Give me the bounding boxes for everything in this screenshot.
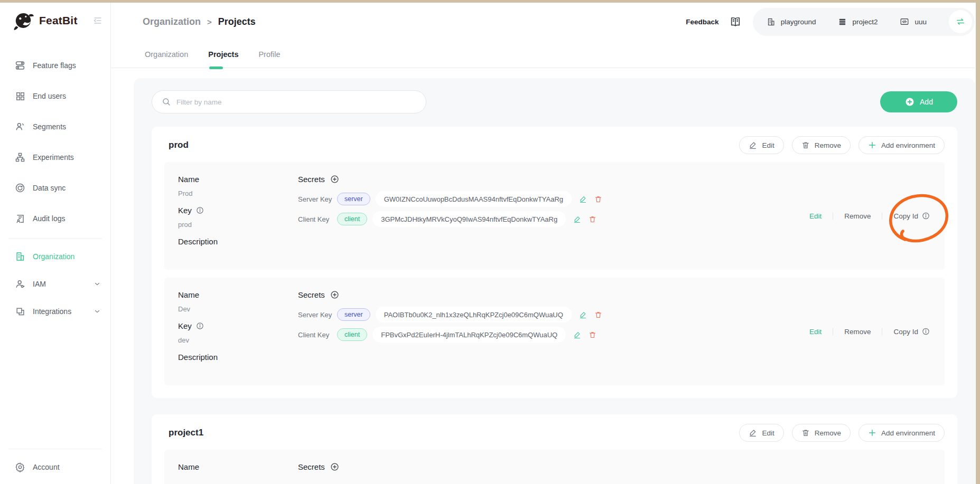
sidebar-item-label: End users bbox=[33, 92, 66, 100]
environment-actions: Edit Remove Copy Id bbox=[809, 328, 930, 336]
delete-secret-icon[interactable] bbox=[589, 331, 596, 339]
sidebar-item-label: Organization bbox=[33, 252, 74, 261]
logo-row: FeatBit bbox=[0, 3, 110, 36]
copy-id-label: Copy Id bbox=[893, 212, 918, 220]
edit-secret-icon[interactable] bbox=[579, 311, 587, 319]
add-environment-button[interactable]: Add environment bbox=[858, 424, 945, 442]
gear-icon bbox=[15, 462, 25, 472]
workspace-organization[interactable]: playground bbox=[767, 17, 816, 26]
sidebar-item-account[interactable]: Account bbox=[0, 453, 110, 481]
description-label: Description bbox=[178, 353, 218, 362]
environment-name: Dev bbox=[178, 305, 298, 313]
window-frame-right bbox=[976, 0, 980, 484]
filter-search-box[interactable] bbox=[152, 90, 426, 113]
delete-secret-icon[interactable] bbox=[589, 215, 596, 223]
content-area: Add prod bbox=[111, 68, 976, 484]
brand-name: FeatBit bbox=[39, 14, 78, 27]
tab-projects[interactable]: Projects bbox=[206, 45, 240, 68]
copy-id-link[interactable]: Copy Id bbox=[893, 328, 930, 336]
plus-icon bbox=[868, 429, 876, 437]
project-name: project1 bbox=[169, 428, 203, 438]
server-badge: server bbox=[337, 193, 370, 205]
workspace-project-name: project2 bbox=[852, 18, 878, 26]
edit-project-button[interactable]: Edit bbox=[739, 136, 783, 154]
filter-by-name-input[interactable] bbox=[176, 98, 416, 106]
tab-label: Organization bbox=[145, 50, 188, 59]
remove-environment-link[interactable]: Remove bbox=[844, 328, 871, 336]
plus-icon bbox=[868, 141, 876, 149]
sidebar-item-label: IAM bbox=[33, 280, 46, 288]
audit-logs-icon bbox=[15, 213, 25, 224]
segments-icon bbox=[15, 121, 25, 132]
divider bbox=[882, 212, 882, 220]
tab-organization[interactable]: Organization bbox=[143, 45, 190, 68]
data-sync-icon bbox=[15, 183, 25, 193]
featbit-app-window: FeatBit Feature flags bbox=[0, 0, 980, 484]
sidebar-item-iam[interactable]: IAM bbox=[0, 270, 110, 298]
server-badge: server bbox=[337, 308, 370, 321]
featbit-logo-icon bbox=[13, 10, 35, 31]
sidebar-item-integrations[interactable]: Integrations bbox=[0, 298, 110, 325]
info-icon bbox=[922, 328, 930, 336]
experiments-icon bbox=[15, 152, 25, 163]
delete-secret-icon[interactable] bbox=[594, 311, 602, 319]
add-secret-icon[interactable] bbox=[330, 462, 339, 471]
tab-profile[interactable]: Profile bbox=[256, 45, 282, 68]
environment-row-prod: Name Prod Key prod Description bbox=[164, 162, 945, 270]
workspace-environment[interactable]: uuu bbox=[900, 17, 927, 26]
pencil-icon bbox=[749, 141, 757, 149]
environment-key: prod bbox=[178, 221, 298, 229]
edit-environment-link[interactable]: Edit bbox=[809, 212, 822, 220]
project-card-prod: prod Edit bbox=[152, 127, 957, 398]
add-project-button[interactable]: Add bbox=[880, 91, 957, 112]
sidebar-item-segments[interactable]: Segments bbox=[0, 111, 110, 142]
divider bbox=[833, 328, 833, 335]
name-label: Name bbox=[178, 290, 199, 299]
edit-environment-link[interactable]: Edit bbox=[809, 328, 822, 336]
client-key-value: FPBvGxPd2EuIerH-4jlmTALhRqKPZcj0e09C6mQW… bbox=[372, 327, 566, 343]
tab-label: Profile bbox=[258, 50, 280, 59]
main-area: Organization > Projects Feedback bbox=[111, 3, 976, 484]
key-label: Key bbox=[178, 206, 192, 215]
environment-code-icon bbox=[900, 17, 909, 26]
add-button-label: Add bbox=[920, 98, 933, 106]
sidebar-item-label: Account bbox=[33, 463, 60, 471]
project-card-project1: project1 Edit bbox=[152, 414, 957, 484]
breadcrumb-parent[interactable]: Organization bbox=[143, 16, 201, 27]
add-environment-button[interactable]: Add environment bbox=[858, 136, 945, 154]
edit-project-button[interactable]: Edit bbox=[739, 424, 783, 442]
secrets-label: Secrets bbox=[298, 175, 325, 184]
sidebar-item-audit-logs[interactable]: Audit logs bbox=[0, 203, 110, 234]
edit-secret-icon[interactable] bbox=[579, 195, 587, 203]
integrations-icon bbox=[15, 306, 25, 317]
add-secret-icon[interactable] bbox=[330, 175, 339, 184]
sidebar-item-feature-flags[interactable]: Feature flags bbox=[0, 50, 110, 81]
sidebar-item-organization[interactable]: Organization bbox=[0, 243, 110, 270]
docs-book-icon[interactable] bbox=[730, 16, 741, 27]
workspace-project[interactable]: project2 bbox=[838, 17, 878, 26]
edit-secret-icon[interactable] bbox=[573, 331, 581, 339]
workspace-switch-button[interactable] bbox=[949, 10, 972, 33]
sidebar-item-end-users[interactable]: End users bbox=[0, 81, 110, 111]
sidebar-item-experiments[interactable]: Experiments bbox=[0, 142, 110, 173]
workspace-environment-name: uuu bbox=[914, 18, 927, 26]
iam-icon bbox=[15, 279, 25, 289]
feedback-link[interactable]: Feedback bbox=[686, 18, 718, 26]
server-key-label: Server Key bbox=[298, 195, 335, 203]
sidebar-item-data-sync[interactable]: Data sync bbox=[0, 173, 110, 203]
remove-project-button[interactable]: Remove bbox=[792, 424, 851, 442]
info-icon bbox=[196, 322, 204, 330]
edit-secret-icon[interactable] bbox=[573, 215, 581, 223]
remove-environment-link[interactable]: Remove bbox=[844, 212, 871, 220]
page-tabs: Organization Projects Profile bbox=[111, 41, 975, 68]
breadcrumb-separator: > bbox=[207, 17, 212, 26]
delete-secret-icon[interactable] bbox=[594, 195, 602, 203]
copy-id-link[interactable]: Copy Id bbox=[893, 212, 930, 220]
server-key-value: GW0IZNCcoUuwopBcDdusMAAS94nftvfEqDonkwTY… bbox=[376, 191, 572, 207]
add-secret-icon[interactable] bbox=[330, 290, 339, 299]
chevron-down-icon bbox=[94, 280, 101, 288]
sidebar-collapse-icon[interactable] bbox=[92, 15, 103, 26]
sidebar: FeatBit Feature flags bbox=[0, 3, 111, 484]
remove-project-button[interactable]: Remove bbox=[792, 136, 851, 154]
account-section: Account bbox=[0, 444, 110, 484]
